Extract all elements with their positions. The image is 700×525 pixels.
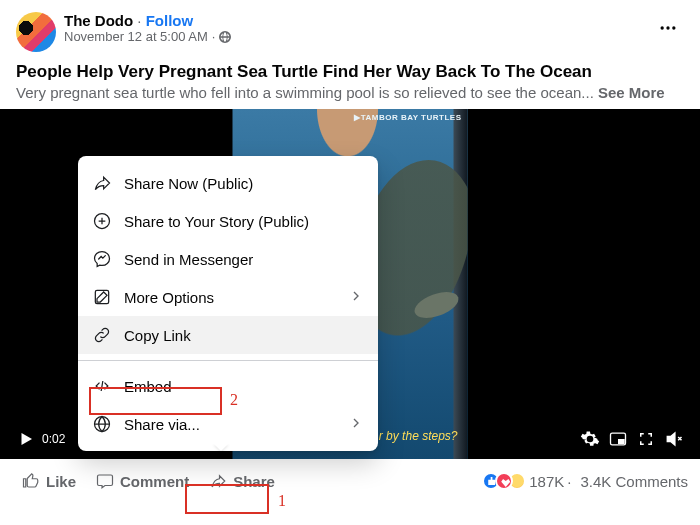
menu-item-label: More Options <box>124 289 336 306</box>
more-options-item[interactable]: More Options <box>78 278 378 316</box>
play-button[interactable] <box>12 425 40 453</box>
pip-icon <box>608 429 628 449</box>
public-globe-icon <box>219 31 231 43</box>
settings-button[interactable] <box>576 425 604 453</box>
menu-item-label: Copy Link <box>124 327 364 344</box>
like-label: Like <box>46 473 76 490</box>
menu-item-label: Share to Your Story (Public) <box>124 213 364 230</box>
menu-item-label: Share Now (Public) <box>124 175 364 192</box>
share-label: Share <box>233 473 275 490</box>
menu-item-label: Embed <box>124 378 364 395</box>
follow-button[interactable]: Follow <box>146 12 194 29</box>
share-now-item[interactable]: Share Now (Public) <box>78 164 378 202</box>
gear-icon <box>580 429 600 449</box>
share-via-item[interactable]: Share via... <box>78 405 378 443</box>
pencil-square-icon <box>92 287 112 307</box>
fullscreen-button[interactable] <box>632 425 660 453</box>
comment-icon <box>96 472 114 490</box>
annotation-number-2: 2 <box>230 391 238 409</box>
post-title: People Help Very Pregnant Sea Turtle Fin… <box>16 62 684 82</box>
share-menu: Share Now (Public) Share to Your Story (… <box>78 156 378 451</box>
share-arrow-icon <box>209 472 227 490</box>
post-description: Very pregnant sea turtle who fell into a… <box>16 84 598 101</box>
messenger-icon <box>92 249 112 269</box>
volume-mute-icon <box>664 429 684 449</box>
see-more-link[interactable]: See More <box>598 84 665 101</box>
reactions-summary[interactable]: 187K · 3.4K Comments <box>482 472 688 490</box>
plus-circle-icon <box>92 211 112 231</box>
comment-label: Comment <box>120 473 189 490</box>
comment-button[interactable]: Comment <box>86 466 199 496</box>
separator-dot: · <box>567 473 571 490</box>
separator-dot: · <box>212 29 216 44</box>
globe-grid-icon <box>92 414 112 434</box>
fullscreen-icon <box>637 430 655 448</box>
ellipsis-icon <box>658 18 678 38</box>
annotation-number-1: 1 <box>278 492 286 510</box>
separator-dot: · <box>133 12 146 29</box>
play-icon <box>17 430 35 448</box>
send-messenger-item[interactable]: Send in Messenger <box>78 240 378 278</box>
share-arrow-icon <box>92 173 112 193</box>
page-avatar[interactable] <box>16 12 56 52</box>
code-icon <box>92 376 112 396</box>
menu-divider <box>78 360 378 361</box>
menu-item-label: Share via... <box>124 416 336 433</box>
pip-button[interactable] <box>604 425 632 453</box>
share-story-item[interactable]: Share to Your Story (Public) <box>78 202 378 240</box>
reactions-count: 187K <box>529 473 564 490</box>
svg-point-2 <box>672 26 675 29</box>
video-current-time: 0:02 <box>42 432 65 446</box>
menu-item-label: Send in Messenger <box>124 251 364 268</box>
post-menu-button[interactable] <box>652 12 684 48</box>
svg-point-1 <box>666 26 669 29</box>
svg-point-0 <box>661 26 664 29</box>
volume-button[interactable] <box>660 425 688 453</box>
page-name[interactable]: The Dodo <box>64 12 133 29</box>
share-button[interactable]: Share <box>199 466 285 496</box>
comments-count[interactable]: 3.4K Comments <box>580 473 688 490</box>
svg-rect-4 <box>618 439 625 444</box>
thumbs-up-icon <box>22 472 40 490</box>
link-icon <box>92 325 112 345</box>
copy-link-item[interactable]: Copy Link <box>78 316 378 354</box>
post-timestamp[interactable]: November 12 at 5:00 AM <box>64 29 208 44</box>
chevron-right-icon <box>348 288 364 307</box>
embed-item[interactable]: Embed <box>78 367 378 405</box>
chevron-right-icon <box>348 415 364 434</box>
like-button[interactable]: Like <box>12 466 86 496</box>
video-watermark: ▶TAMBOR BAY TURTLES <box>354 113 461 122</box>
